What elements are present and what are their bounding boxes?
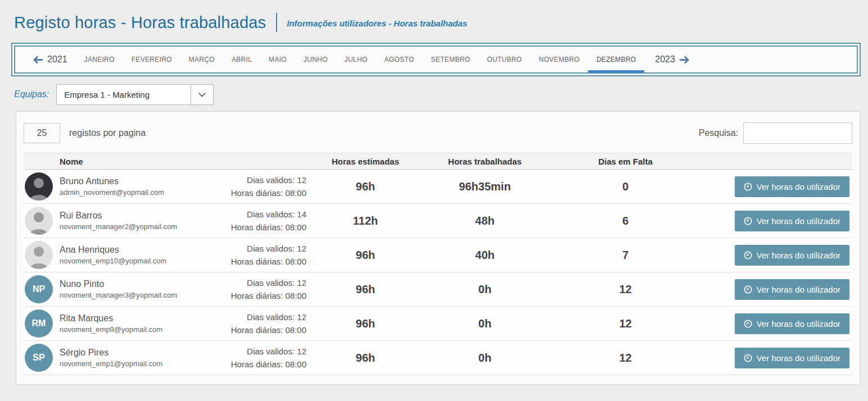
worked-hours-value: 48h <box>419 215 551 227</box>
page-title: Registo horas - Horas trabalhadas <box>14 13 266 32</box>
column-header-dias-em-falta: Dias em Falta <box>551 157 700 166</box>
missing-days-value: 12 <box>551 352 700 364</box>
title-divider <box>276 13 277 32</box>
daily-hours-label: Horas diárias: 08:00 <box>231 255 306 268</box>
view-user-hours-button[interactable]: Ver horas do utilizador <box>735 211 849 231</box>
missing-days-value: 12 <box>551 283 700 296</box>
search-input[interactable] <box>743 122 852 144</box>
user-email: novoment_manager3@yopmail.com <box>60 291 177 299</box>
table-row: Rui Barros novoment_manager2@yopmail.com… <box>24 204 852 238</box>
view-user-hours-label: Ver horas do utilizador <box>757 353 840 363</box>
table-row: NP Nuno Pinto novoment_manager3@yopmail.… <box>24 272 852 307</box>
missing-days-value: 7 <box>551 249 700 262</box>
daily-hours-label: Horas diárias: 08:00 <box>231 323 306 336</box>
chevron-down-icon <box>191 85 213 104</box>
next-year-label: 2023 <box>655 54 675 65</box>
search-label: Pesquisa: <box>699 128 738 138</box>
month-outubro[interactable]: OUTUBRO <box>487 56 522 63</box>
months-list: JANEIRO FEVEREIRO MARÇO ABRIL MAIO JUNHO… <box>84 56 636 63</box>
month-dezembro-active[interactable]: DEZEMBRO <box>596 56 636 63</box>
month-setembro[interactable]: SETEMBRO <box>431 56 471 63</box>
user-name: Ana Henriques <box>60 245 166 255</box>
estimated-hours-value: 112h <box>312 215 419 227</box>
clock-icon <box>744 285 752 294</box>
valid-days-label: Dias validos: 12 <box>231 276 306 289</box>
view-user-hours-button[interactable]: Ver horas do utilizador <box>735 348 849 368</box>
table-row: SP Sérgio Pires novoment_emp1@yopmail.co… <box>24 341 852 375</box>
page-subtitle: Informações utilizadores - Horas trabalh… <box>287 19 467 28</box>
view-user-hours-button[interactable]: Ver horas do utilizador <box>735 245 849 266</box>
daily-hours-label: Horas diárias: 08:00 <box>231 221 306 234</box>
worked-hours-value: 96h35min <box>419 180 551 193</box>
clock-icon <box>744 320 752 328</box>
page-size-input[interactable] <box>24 123 60 143</box>
estimated-hours-value: 96h <box>312 317 419 330</box>
month-agosto[interactable]: AGOSTO <box>385 56 414 63</box>
user-photo-avatar <box>25 241 53 269</box>
team-select[interactable]: Empresa 1 - Marketing <box>56 84 214 105</box>
month-junho[interactable]: JUNHO <box>304 56 328 63</box>
team-select-value: Empresa 1 - Marketing <box>57 85 191 104</box>
valid-days-label: Dias validos: 12 <box>231 242 306 255</box>
estimated-hours-value: 96h <box>312 283 419 296</box>
user-name: Sérgio Pires <box>60 348 162 358</box>
team-filter-label: Equipas: <box>14 89 49 99</box>
clock-icon <box>744 217 752 225</box>
worked-hours-value: 0h <box>419 317 551 330</box>
daily-hours-label: Horas diárias: 08:00 <box>231 289 306 302</box>
view-user-hours-button[interactable]: Ver horas do utilizador <box>735 176 849 197</box>
column-header-horas-trabalhadas: Horas trabalhadas <box>419 157 551 166</box>
hours-table-card: registos por pagina Pesquisa: Nome Horas… <box>16 111 860 385</box>
prev-year-label: 2021 <box>47 54 67 65</box>
view-user-hours-label: Ver horas do utilizador <box>757 216 840 226</box>
user-initials-avatar: RM <box>25 309 53 338</box>
user-email: novoment_emp1@yopmail.com <box>60 359 162 368</box>
estimated-hours-value: 96h <box>312 180 419 193</box>
user-email: novoment_emp9@yopmail.com <box>60 325 162 334</box>
arrow-left-icon <box>33 56 43 64</box>
clock-icon <box>744 354 752 362</box>
team-filter-row: Equipas: Empresa 1 - Marketing <box>14 84 868 105</box>
user-email: novoment_emp10@yopmail.com <box>60 257 166 265</box>
worked-hours-value: 40h <box>419 249 551 262</box>
page-header: Registo horas - Horas trabalhadas Inform… <box>0 0 868 43</box>
user-name: Bruno Antunes <box>60 176 164 186</box>
user-name: Rui Barros <box>60 211 177 221</box>
view-user-hours-button[interactable]: Ver horas do utilizador <box>735 279 849 300</box>
user-email: admin_novoment@yopmail.com <box>60 188 164 197</box>
month-abril[interactable]: ABRIL <box>232 56 252 63</box>
user-initials-avatar: SP <box>25 344 53 372</box>
user-name: Rita Marques <box>60 313 162 323</box>
column-header-nome: Nome <box>24 157 312 166</box>
view-user-hours-button[interactable]: Ver horas do utilizador <box>735 313 849 334</box>
worked-hours-value: 0h <box>419 283 551 296</box>
month-fevereiro[interactable]: FEVEREIRO <box>132 56 172 63</box>
clock-icon <box>744 251 752 259</box>
table-row: RM Rita Marques novoment_emp9@yopmail.co… <box>24 307 852 341</box>
estimated-hours-value: 96h <box>312 249 419 262</box>
table-header-row: Nome Horas estimadas Horas trabalhadas D… <box>24 153 852 170</box>
daily-hours-label: Horas diárias: 08:00 <box>231 358 306 371</box>
user-email: novoment_manager2@yopmail.com <box>60 222 177 231</box>
month-janeiro[interactable]: JANEIRO <box>84 56 115 63</box>
month-novembro[interactable]: NOVEMBRO <box>539 56 579 63</box>
month-marco[interactable]: MARÇO <box>189 56 215 63</box>
estimated-hours-value: 96h <box>312 352 419 364</box>
next-year-button[interactable]: 2023 <box>655 54 689 65</box>
table-row: Bruno Antunes admin_novoment@yopmail.com… <box>24 170 852 204</box>
month-maio[interactable]: MAIO <box>269 56 287 63</box>
valid-days-label: Dias validos: 14 <box>231 208 306 221</box>
valid-days-label: Dias validos: 12 <box>231 311 306 323</box>
month-julho[interactable]: JULHO <box>345 56 368 63</box>
missing-days-value: 12 <box>551 317 700 330</box>
month-navigation-bar: 2021 JANEIRO FEVEREIRO MARÇO ABRIL MAIO … <box>11 43 861 76</box>
view-user-hours-label: Ver horas do utilizador <box>757 285 840 294</box>
missing-days-value: 0 <box>551 180 700 193</box>
user-photo-avatar <box>25 172 53 200</box>
arrow-right-icon <box>679 56 689 64</box>
user-photo-avatar <box>25 207 53 235</box>
clock-icon <box>744 183 752 191</box>
column-header-horas-estimadas: Horas estimadas <box>312 157 419 166</box>
prev-year-button[interactable]: 2021 <box>33 54 67 65</box>
valid-days-label: Dias validos: 12 <box>231 174 306 186</box>
